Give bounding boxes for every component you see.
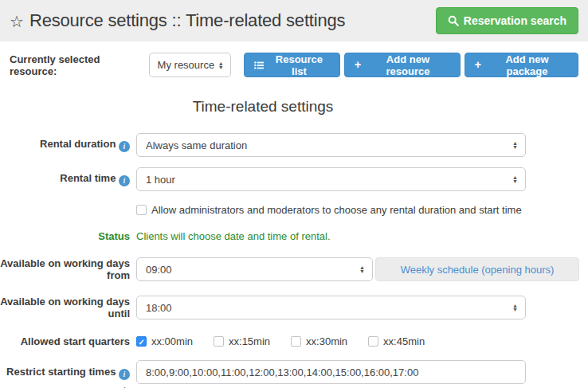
section-heading: Time-related settings [0,98,526,116]
search-icon [448,15,459,26]
status-text: Clients will choose date and time of ren… [136,230,331,242]
available-from-select[interactable]: 09:00 ▲▼ [136,257,373,281]
time-settings-form: Rental duration i Always same duration ▲… [0,133,588,388]
available-until-value: 18:00 [146,302,172,314]
quarter-option: xx:15min [214,335,270,347]
quarter-45-label: xx:45min [383,335,425,347]
quarter-30-checkbox[interactable] [291,336,301,347]
plus-icon: + [355,58,361,71]
start-quarters-label: Allowed start quarters [0,335,130,347]
admin-override-checkbox[interactable] [136,205,147,215]
add-new-resource-button[interactable]: + Add new resource [344,53,461,77]
rental-time-select[interactable]: 1 hour ▲▼ [136,167,526,191]
quarter-option: xx:45min [368,335,425,347]
reservation-search-label: Reservation search [464,14,566,27]
resource-list-label: Resource list [269,53,330,77]
quarter-option: xx:30min [291,335,347,347]
start-quarters-row: Allowed start quarters xx:00min xx:15min… [0,335,588,347]
admin-override-label: Allow administrators and moderators to c… [151,204,522,216]
info-icon[interactable]: i [119,369,130,380]
quarter-15-checkbox[interactable] [214,336,224,347]
available-until-row: Available on working days until 18:00 ▲▼ [0,296,588,319]
info-icon[interactable]: i [119,175,130,186]
plus-icon: + [475,58,481,71]
favorite-star-icon[interactable]: ☆ [10,12,24,31]
status-row: Status Clients will choose date and time… [0,229,588,243]
quarter-00-checkbox[interactable] [136,336,147,347]
rental-duration-value: Always same duration [146,139,247,151]
admin-override-row: Allow administrators and moderators to c… [0,204,588,216]
available-until-select[interactable]: 18:00 ▲▼ [136,296,526,319]
rental-time-row: Rental time i 1 hour ▲▼ [0,167,588,191]
select-stepper-icon: ▲▼ [512,304,518,312]
available-from-label: Available on working days from [0,257,130,281]
quarter-00-label: xx:00min [151,335,193,347]
restrict-times-label: Restrict starting times i * [0,360,130,388]
available-until-label: Available on working days until [0,296,130,319]
select-stepper-icon: ▲▼ [512,141,518,149]
select-stepper-icon: ▲▼ [218,61,224,69]
rental-duration-label: Rental duration i [0,138,130,152]
status-label: Status [0,230,130,242]
quarter-45-checkbox[interactable] [368,336,378,347]
resource-select-value: My resource [158,59,215,71]
add-new-package-button[interactable]: + Add new package [465,53,578,77]
info-icon[interactable]: i [119,141,130,152]
select-stepper-icon: ▲▼ [359,265,365,273]
rental-time-value: 1 hour [146,174,175,186]
required-asterisk: * [0,385,130,388]
quarter-15-label: xx:15min [229,335,270,347]
restrict-times-row: Restrict starting times i * [0,360,588,388]
rental-duration-row: Rental duration i Always same duration ▲… [0,133,588,157]
available-from-value: 09:00 [146,264,172,276]
add-new-package-label: Add new package [486,53,568,77]
selected-resource-label: Currently selected resource: [10,53,143,77]
list-icon [254,61,264,70]
available-from-row: Available on working days from 09:00 ▲▼ … [0,257,588,281]
reservation-search-button[interactable]: Reservation search [436,7,578,34]
select-stepper-icon: ▲▼ [512,175,518,183]
rental-time-label: Rental time i [0,172,130,186]
quarter-option: xx:00min [136,335,193,347]
add-new-resource-label: Add new resource [366,53,450,77]
quarter-30-label: xx:30min [306,335,347,347]
rental-duration-select[interactable]: Always same duration ▲▼ [136,133,526,157]
resource-list-button[interactable]: Resource list [244,53,340,77]
weekly-schedule-button[interactable]: Weekly schedule (opening hours) [375,257,579,281]
resource-toolbar: Currently selected resource: My resource… [0,53,588,77]
page-title: Resource settings :: Time-related settin… [29,10,345,31]
page-header: ☆ Resource settings :: Time-related sett… [0,0,588,41]
resource-select[interactable]: My resource ▲▼ [149,53,231,77]
restrict-times-input[interactable] [136,360,526,384]
